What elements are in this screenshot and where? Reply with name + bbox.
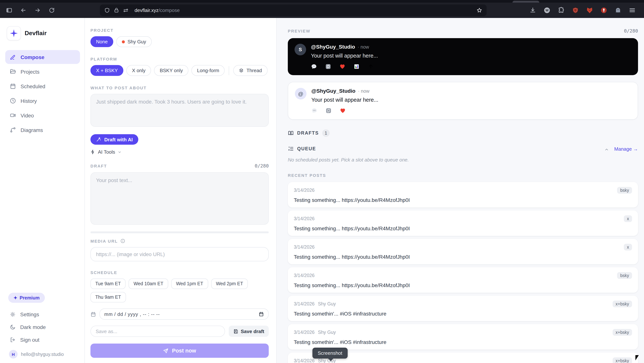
screen: devflair.xyz/compose W — [0, 0, 644, 363]
repost-icon — [325, 64, 331, 70]
topic-input[interactable] — [90, 94, 269, 127]
forward-icon[interactable] — [34, 6, 41, 14]
recent-post-card[interactable]: 3/14/2026Shy Guyx+bskyTesting somethin'.… — [288, 296, 638, 321]
recent-posts-label: RECENT POSTS — [288, 173, 638, 178]
draft-with-ai-button[interactable]: Draft with AI — [90, 134, 138, 145]
url-bar[interactable]: devflair.xyz/compose — [100, 4, 487, 16]
browser-tabstrip — [0, 0, 644, 2]
url-text: devflair.xyz/compose — [134, 8, 180, 13]
project-color-dot — [122, 40, 125, 43]
platform-option-thread[interactable]: Thread — [234, 65, 268, 76]
ghostery-extension-icon[interactable] — [614, 7, 622, 14]
media-url-label: MEDIA URL — [90, 239, 118, 243]
chip-divider — [229, 66, 229, 75]
media-url-input[interactable] — [90, 247, 269, 261]
sidebar-item-projects[interactable]: Projects — [5, 65, 80, 78]
reply-icon — [311, 64, 317, 70]
post-date: 3/14/2026 — [294, 301, 314, 306]
project-option-shy-guy[interactable]: Shy Guy — [116, 36, 152, 47]
queue-title: QUEUE — [297, 146, 316, 152]
like-icon — [340, 64, 345, 70]
sidebar-toggle-icon[interactable] — [5, 6, 13, 14]
platform-badge: x+bsky — [612, 300, 632, 307]
sidebar-item-diagrams[interactable]: Diagrams — [5, 123, 80, 137]
datetime-input[interactable]: mm / dd / yyyy , -- : -- -- — [100, 308, 269, 320]
platform-option-x-bsky[interactable]: X + BSKY — [90, 65, 123, 76]
fox-extension-icon[interactable] — [586, 7, 593, 14]
collapse-chevron-icon[interactable] — [604, 146, 609, 151]
draft-input[interactable] — [90, 172, 269, 225]
schedule-slot-tue-9am-et[interactable]: Tue 9am ET — [90, 278, 126, 289]
menu-icon[interactable] — [629, 7, 636, 14]
sidebar-item-settings[interactable]: Settings — [5, 308, 80, 321]
schedule-slot-wed-10am-et[interactable]: Wed 10am ET — [129, 278, 168, 289]
wikipedia-extension-icon[interactable]: W — [544, 7, 550, 14]
recent-post-card[interactable]: 3/14/2026xTesting something... https://y… — [288, 239, 638, 264]
platform-option-x-only[interactable]: X only — [126, 65, 151, 76]
recent-post-card[interactable]: 3/14/2026xTesting something... https://y… — [288, 210, 638, 236]
recent-post-card[interactable]: 3/14/2026bskyTesting something... https:… — [288, 267, 638, 293]
preview-handle: @ShyGuy_Studio — [311, 88, 356, 94]
devflair-logo-icon — [7, 26, 21, 40]
screenshot-tooltip: Screenshot — [312, 348, 348, 358]
browser-chrome: devflair.xyz/compose W — [0, 0, 644, 18]
user-row[interactable]: H hello@shyguy.studio — [9, 350, 80, 358]
preview-card-bsky: @@ShyGuy_Studio· nowYour post will appea… — [288, 82, 638, 120]
back-icon[interactable] — [20, 6, 27, 14]
manage-queue-link[interactable]: Manage → — [614, 146, 638, 152]
schedule-slot-thu-9am-et[interactable]: Thu 9am ET — [90, 292, 126, 302]
recent-post-card[interactable]: 3/14/2026Shy Guyx+bskyTesting somethin'.… — [288, 324, 638, 350]
preview-text: Your post will appear here... — [311, 97, 378, 103]
topic-label: WHAT TO POST ABOUT — [90, 86, 269, 90]
platform-badge: x+bsky — [612, 329, 632, 336]
lock-icon[interactable] — [114, 8, 119, 13]
red-badge-extension-icon[interactable] — [600, 7, 607, 14]
project-options: NoneShy Guy — [90, 36, 269, 47]
permissions-sliders-icon[interactable] — [123, 8, 128, 13]
tracking-shield-icon[interactable] — [104, 8, 110, 13]
numbered-list-icon — [288, 146, 294, 152]
sidebar-item-compose[interactable]: Compose — [5, 50, 80, 64]
platform-option-bsky-only[interactable]: BSKY only — [154, 65, 188, 76]
browser-tab[interactable] — [512, 1, 539, 2]
project-label: PROJECT — [90, 28, 269, 32]
preview-avatar: S — [294, 44, 306, 55]
brand-name: Devflair — [25, 30, 46, 37]
post-text: Testing somethin'... #iOS #infrastructur… — [294, 311, 632, 317]
sidebar-item-dark-mode[interactable]: Dark mode — [5, 321, 80, 334]
download-icon[interactable] — [529, 7, 536, 14]
video-icon — [10, 112, 16, 118]
sidebar-item-sign-out[interactable]: Sign out — [5, 334, 80, 346]
browser-toolbar: devflair.xyz/compose W — [0, 2, 644, 18]
platform-option-long-form[interactable]: Long-form — [191, 65, 225, 76]
clock-icon — [10, 98, 16, 104]
bookmark-star-icon[interactable] — [476, 8, 482, 13]
recent-post-card[interactable]: 3/14/2026bskyTesting something... https:… — [288, 182, 638, 208]
post-now-button[interactable]: Post now — [90, 344, 269, 358]
save-draft-button[interactable]: Save draft — [229, 326, 269, 337]
project-option-none[interactable]: None — [90, 36, 113, 47]
schedule-label: SCHEDULE — [90, 270, 269, 275]
premium-badge[interactable]: ✦ Premium — [8, 293, 45, 303]
sidebar-item-scheduled[interactable]: Scheduled — [5, 79, 80, 93]
platform-badge: x — [624, 215, 632, 222]
post-date: 3/14/2026 — [294, 358, 314, 363]
sidebar-item-video[interactable]: Video — [5, 108, 80, 122]
draft-label: DRAFT — [90, 164, 107, 168]
ublock-extension-icon[interactable] — [572, 7, 579, 14]
save-as-input[interactable] — [90, 326, 225, 337]
post-text: Testing something... https://youtu.be/R4… — [294, 226, 632, 232]
drafts-section-header[interactable]: DRAFTS 1 — [288, 129, 638, 137]
platform-options: X + BSKYX onlyBSKY onlyLong-formThread — [90, 65, 269, 76]
reload-icon[interactable] — [48, 6, 55, 14]
chip-label: X only — [132, 68, 146, 73]
ai-tools-toggle[interactable]: AI Tools — [90, 149, 269, 155]
sidebar-item-history[interactable]: History — [5, 94, 80, 108]
datetime-picker-icon[interactable] — [259, 312, 264, 317]
schedule-slot-wed-1pm-et[interactable]: Wed 1pm ET — [171, 278, 208, 289]
preview-handle: @ShyGuy_Studio — [311, 44, 355, 50]
schedule-slot-wed-2pm-et[interactable]: Wed 2pm ET — [211, 278, 248, 289]
sparkle-icon: ✦ — [14, 295, 18, 300]
extensions-puzzle-icon[interactable] — [558, 7, 565, 14]
brand: Devflair — [7, 26, 80, 40]
